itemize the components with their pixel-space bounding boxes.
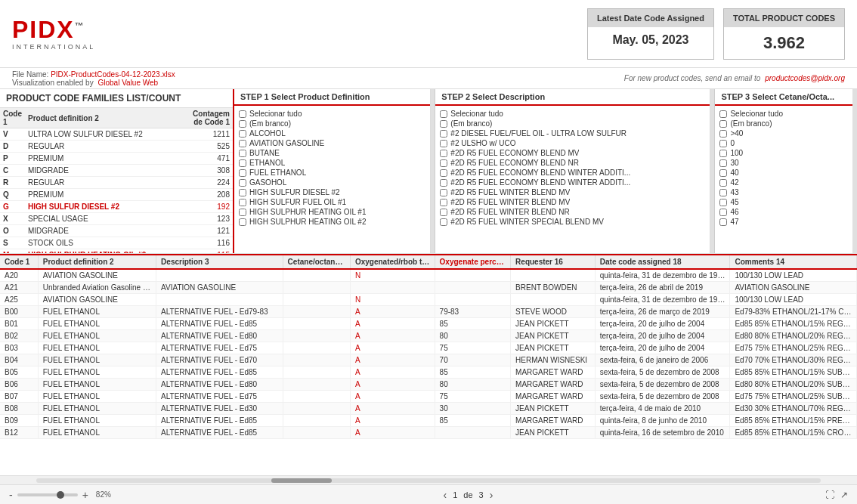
table-header[interactable]: Cetane/octane 4	[283, 255, 350, 269]
table-header[interactable]: Requester 16	[511, 255, 596, 269]
step-item[interactable]: #2D R5 FUEL WINTER BLEND NR	[440, 207, 705, 217]
email-link[interactable]: productcodes@pidx.org	[765, 74, 845, 82]
table-row[interactable]: B00FUEL ETHANOLALTERNATIVE FUEL - Ed79-8…	[0, 306, 857, 318]
step-item[interactable]: 0	[719, 138, 848, 148]
step-item[interactable]: 47	[719, 217, 848, 227]
expand-icon[interactable]: ⛶	[825, 490, 834, 500]
table-header[interactable]: Code 1	[0, 255, 38, 269]
table-header[interactable]: Description 3	[156, 255, 283, 269]
step-checkbox[interactable]	[239, 209, 246, 216]
step-checkbox[interactable]	[239, 179, 246, 187]
table-row[interactable]: B08FUEL ETHANOLALTERNATIVE FUEL - Ed30A3…	[0, 403, 857, 415]
step-checkbox[interactable]	[239, 218, 246, 226]
families-row[interactable]: M HIGH SULPHUR HEATING OIL #2 115	[0, 249, 233, 254]
table-header[interactable]: Oxygenate percent % v 6 ▼	[435, 255, 511, 269]
step-checkbox[interactable]	[719, 120, 727, 128]
step-item[interactable]: HIGH SULFUR FUEL OIL #1	[239, 197, 425, 207]
step-item[interactable]: HIGH SULPHUR HEATING OIL #2	[239, 217, 425, 227]
table-row[interactable]: A20AVIATION GASOLINENquinta-feira, 31 de…	[0, 269, 857, 282]
table-row[interactable]: B03FUEL ETHANOLALTERNATIVE FUEL - Ed75A7…	[0, 342, 857, 354]
step-checkbox[interactable]	[440, 110, 447, 118]
step-item[interactable]: 45	[719, 197, 848, 207]
step-checkbox[interactable]	[239, 169, 246, 177]
table-row[interactable]: B06FUEL ETHANOLALTERNATIVE FUEL - Ed80A8…	[0, 379, 857, 391]
page-next-button[interactable]: ›	[490, 489, 493, 501]
step-item[interactable]: 43	[719, 187, 848, 197]
step-item[interactable]: #2D R5 FUEL ECONOMY BLEND NR	[440, 158, 705, 168]
step-item[interactable]: 42	[719, 178, 848, 187]
families-row[interactable]: G HIGH SULFUR DIESEL #2 192	[0, 201, 233, 213]
zoom-slider-thumb[interactable]	[57, 491, 64, 499]
step-checkbox[interactable]	[719, 199, 727, 206]
table-header[interactable]: Product definition 2	[38, 255, 156, 269]
table-row[interactable]: B09FUEL ETHANOLALTERNATIVE FUEL - Ed85A8…	[0, 415, 857, 427]
table-row[interactable]: B04FUEL ETHANOLALTERNATIVE FUEL - Ed70A7…	[0, 354, 857, 366]
step-item[interactable]: HIGH SULFUR DIESEL #2	[239, 187, 425, 197]
zoom-minus[interactable]: -	[9, 489, 13, 501]
step-item[interactable]: #2D R5 FUEL ECONOMY BLEND MV	[440, 148, 705, 158]
step-checkbox[interactable]	[440, 199, 447, 206]
step-checkbox[interactable]	[239, 120, 246, 128]
families-row[interactable]: V ULTRA LOW SULFUR DIESEL #2 1211	[0, 128, 233, 141]
step-checkbox[interactable]	[719, 218, 727, 226]
step-item[interactable]: #2 DIESEL FUEL/FUEL OIL - ULTRA LOW SULF…	[440, 128, 705, 138]
table-row[interactable]: B07FUEL ETHANOLALTERNATIVE FUEL - Ed75A7…	[0, 391, 857, 403]
step3-scrollbar[interactable]	[852, 89, 857, 253]
families-row[interactable]: R REGULAR 224	[0, 177, 233, 189]
step-checkbox[interactable]	[239, 150, 246, 157]
step-item[interactable]: >40	[719, 128, 848, 138]
step-item[interactable]: #2 ULSHO w/ UCO	[440, 138, 705, 148]
table-row[interactable]: B01FUEL ETHANOLALTERNATIVE FUEL - Ed85A8…	[0, 318, 857, 330]
step-item[interactable]: (Em branco)	[239, 119, 425, 128]
step-checkbox[interactable]	[239, 199, 246, 206]
zoom-slider-track[interactable]	[17, 493, 78, 496]
step-checkbox[interactable]	[719, 189, 727, 196]
step-checkbox[interactable]	[719, 140, 727, 147]
families-row[interactable]: C MIDGRADE 308	[0, 165, 233, 177]
step-checkbox[interactable]	[440, 189, 447, 196]
step-item[interactable]: GASOHOL	[239, 178, 425, 187]
step-item[interactable]: #2D R5 FUEL ECONOMY BLEND WINTER ADDITI.…	[440, 168, 705, 178]
step-item[interactable]: ETHANOL	[239, 158, 425, 168]
families-row[interactable]: O MIDGRADE 121	[0, 225, 233, 237]
step-checkbox[interactable]	[440, 130, 447, 138]
step-item[interactable]: 100	[719, 148, 848, 158]
step-item[interactable]: #2D R5 FUEL WINTER BLEND MV	[440, 197, 705, 207]
step-checkbox[interactable]	[440, 120, 447, 128]
step-checkbox[interactable]	[239, 140, 246, 147]
step-item[interactable]: FUEL ETHANOL	[239, 168, 425, 178]
step-checkbox[interactable]	[719, 130, 727, 138]
step-checkbox[interactable]	[440, 179, 447, 187]
step-checkbox[interactable]	[440, 159, 447, 167]
table-header[interactable]: Date code assigned 18	[595, 255, 730, 269]
table-scrollbar-thumb[interactable]	[271, 478, 332, 483]
viz-link[interactable]: Global Value Web	[97, 79, 158, 87]
table-row[interactable]: B05FUEL ETHANOLALTERNATIVE FUEL - Ed85A8…	[0, 366, 857, 379]
file-link[interactable]: PIDX-ProductCodes-04-12-2023.xlsx	[51, 70, 175, 79]
step-item[interactable]: ALCOHOL	[239, 128, 425, 138]
table-scrollbar-track[interactable]	[36, 478, 821, 483]
external-link-icon[interactable]: ↗	[840, 490, 848, 500]
step-item[interactable]: AVIATION GASOLINE	[239, 138, 425, 148]
step-checkbox[interactable]	[239, 110, 246, 118]
step-item[interactable]: #2D R5 FUEL WINTER BLEND MV	[440, 187, 705, 197]
step-checkbox[interactable]	[239, 159, 246, 167]
step-item[interactable]: Selecionar tudo	[719, 109, 848, 119]
step-checkbox[interactable]	[719, 209, 727, 216]
step-checkbox[interactable]	[440, 169, 447, 177]
zoom-plus[interactable]: +	[82, 489, 88, 501]
step-checkbox[interactable]	[719, 110, 727, 118]
step-item[interactable]: Selecionar tudo	[239, 109, 425, 119]
step-checkbox[interactable]	[239, 130, 246, 138]
table-header[interactable]: Comments 14	[730, 255, 857, 269]
step-item[interactable]: BUTANE	[239, 148, 425, 158]
step-checkbox[interactable]	[719, 169, 727, 177]
step-item[interactable]: #2D R5 FUEL WINTER SPECIAL BLEND MV	[440, 217, 705, 227]
step-checkbox[interactable]	[719, 159, 727, 167]
step-checkbox[interactable]	[440, 150, 447, 157]
step-item[interactable]: 46	[719, 207, 848, 217]
families-row[interactable]: X SPECIAL USAGE 123	[0, 213, 233, 225]
step-checkbox[interactable]	[440, 209, 447, 216]
step-checkbox[interactable]	[719, 150, 727, 157]
step-checkbox[interactable]	[440, 218, 447, 226]
